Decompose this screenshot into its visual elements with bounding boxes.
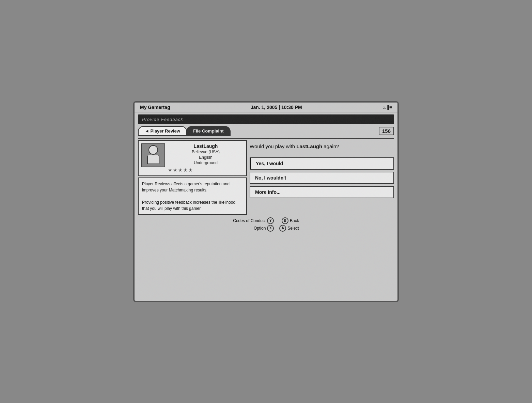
player-name: LastLaugh (168, 143, 244, 149)
info-panel: Player Reviews affects a gamer's reputat… (138, 177, 247, 215)
question-prefix: Would you play with (250, 143, 296, 149)
player-language: English (168, 155, 244, 160)
signal-icon: ○.||≡ (382, 105, 392, 110)
question-suffix: again? (322, 143, 339, 149)
tabs-row: ◄ Player Review File Complaint 156 (135, 126, 397, 136)
gamertag-label: My Gamertag (140, 105, 170, 110)
option-label: Option (254, 226, 266, 231)
info-paragraph-1: Player Reviews affects a gamer's reputat… (142, 181, 243, 193)
answer-no-button[interactable]: No, I wouldn't (250, 172, 394, 184)
answer-yes-label: Yes, I would (256, 161, 283, 166)
datetime-label: Jan. 1, 2005 | 10:30 PM (251, 105, 302, 110)
avatar-body (147, 155, 159, 164)
star-1: ★ (168, 167, 172, 173)
tab-score: 156 (379, 127, 394, 135)
star-5: ★ (188, 167, 193, 173)
question-text: Would you play with LastLaugh again? (250, 141, 394, 151)
b-button[interactable]: B (282, 217, 288, 224)
back-label: Back (290, 218, 299, 223)
status-bar: My Gamertag Jan. 1, 2005 | 10:30 PM ○.||… (135, 103, 397, 112)
player-tier: Underground (168, 160, 244, 165)
title-label: Provide Feedback (142, 117, 183, 122)
tab-file-complaint[interactable]: File Complaint (186, 126, 231, 136)
tab-file-complaint-label: File Complaint (193, 128, 224, 134)
right-panel: Would you play with LastLaugh again? Yes… (250, 140, 394, 215)
avatar-head (148, 145, 158, 155)
title-bar: Provide Feedback (138, 114, 394, 124)
y-button[interactable]: Y (267, 217, 274, 224)
bottom-right-actions: B Back A Select (279, 217, 299, 232)
codes-of-conduct-label: Codes of Conduct (233, 218, 266, 223)
tab-player-review[interactable]: ◄ Player Review (138, 126, 187, 136)
star-2: ★ (173, 167, 177, 173)
console-frame: My Gamertag Jan. 1, 2005 | 10:30 PM ○.||… (133, 101, 399, 302)
question-player-name: LastLaugh (296, 143, 322, 149)
tabs-divider (138, 138, 394, 139)
action-option: Option X (254, 225, 274, 232)
bottom-left-actions: Codes of Conduct Y Option X (233, 217, 274, 232)
answer-yes-button[interactable]: Yes, I would (250, 157, 394, 170)
x-button[interactable]: X (267, 225, 274, 232)
star-3: ★ (178, 167, 183, 173)
left-panel: LastLaugh Bellevue (USA) English Undergr… (138, 140, 247, 215)
player-location: Bellevue (USA) (168, 150, 244, 154)
tab-player-review-label: ◄ Player Review (145, 128, 180, 134)
main-content: LastLaugh Bellevue (USA) English Undergr… (135, 140, 397, 215)
action-select: A Select (279, 225, 299, 232)
action-codes-of-conduct: Codes of Conduct Y (233, 217, 274, 224)
score-value: 156 (382, 128, 391, 134)
player-stars: ★ ★ ★ ★ ★ (168, 167, 244, 173)
select-label: Select (287, 226, 299, 231)
avatar-figure (146, 145, 160, 166)
action-back: B Back (282, 217, 299, 224)
avatar (141, 143, 165, 167)
a-button[interactable]: A (279, 225, 286, 232)
answer-buttons: Yes, I would No, I wouldn't More Info... (250, 157, 394, 198)
player-info: LastLaugh Bellevue (USA) English Undergr… (168, 143, 244, 173)
star-4: ★ (183, 167, 188, 173)
bottom-bar: Codes of Conduct Y Option X B Back (135, 215, 397, 234)
player-card: LastLaugh Bellevue (USA) English Undergr… (138, 140, 247, 176)
info-paragraph-2: Providing positive feedback increases th… (142, 199, 243, 212)
status-icons: ○.||≡ (382, 105, 392, 110)
answer-no-label: No, I wouldn't (255, 175, 286, 181)
answer-more-info-button[interactable]: More Info... (250, 186, 394, 198)
answer-more-info-label: More Info... (255, 189, 281, 195)
